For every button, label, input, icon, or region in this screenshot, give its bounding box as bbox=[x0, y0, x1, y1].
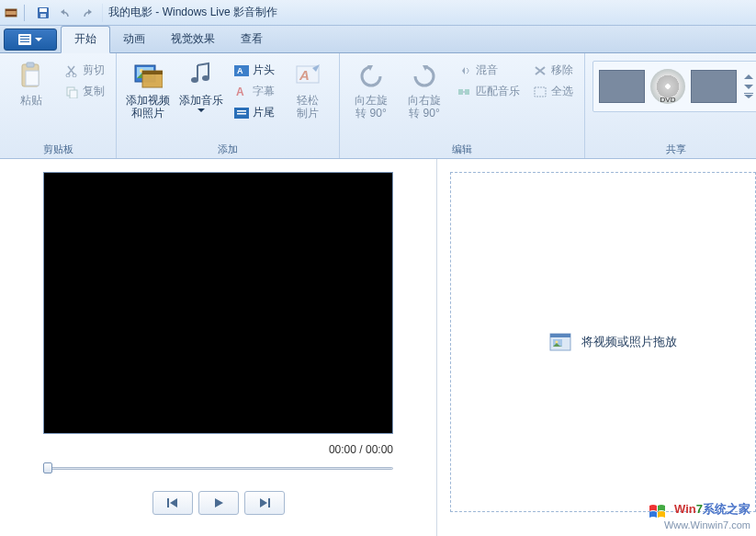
ribbon: 粘贴 剪切 复制 剪贴板 添加视频 和照片 bbox=[0, 53, 756, 159]
add-media-icon bbox=[133, 61, 163, 90]
group-clipboard: 粘贴 剪切 复制 剪贴板 bbox=[0, 53, 117, 158]
group-label-share: 共享 bbox=[592, 141, 756, 156]
fit-music-icon bbox=[457, 85, 472, 99]
tab-animation[interactable]: 动画 bbox=[110, 27, 158, 52]
title-icon: A bbox=[234, 63, 249, 78]
svg-rect-2 bbox=[6, 15, 17, 17]
tab-visual-effects[interactable]: 视觉效果 bbox=[158, 27, 228, 52]
easy-movie-label: 轻松 制片 bbox=[297, 94, 319, 120]
drop-area[interactable]: 将视频或照片拖放 bbox=[450, 172, 756, 512]
media-clip-icon bbox=[548, 332, 572, 352]
svg-text:A: A bbox=[299, 67, 310, 83]
svg-rect-4 bbox=[39, 8, 47, 12]
prev-frame-button[interactable] bbox=[152, 491, 193, 515]
svg-point-19 bbox=[202, 75, 209, 81]
scroll-down-icon[interactable] bbox=[744, 84, 753, 89]
chevron-down-icon bbox=[197, 108, 205, 112]
svg-rect-28 bbox=[458, 89, 463, 95]
app-menu-button[interactable] bbox=[4, 29, 57, 51]
remove-button[interactable]: 移除 bbox=[529, 61, 577, 80]
copy-icon bbox=[64, 85, 79, 99]
svg-rect-12 bbox=[70, 90, 77, 98]
caption-label: 字幕 bbox=[253, 84, 275, 99]
fit-music-label: 匹配音乐 bbox=[476, 84, 520, 99]
group-label-edit: 编辑 bbox=[347, 141, 577, 156]
rotate-right-button[interactable]: 向右旋 转 90° bbox=[401, 57, 448, 120]
add-music-icon bbox=[186, 61, 216, 90]
cut-button[interactable]: 剪切 bbox=[61, 61, 108, 80]
scroll-up-icon[interactable] bbox=[744, 74, 753, 80]
copy-button[interactable]: 复制 bbox=[61, 82, 108, 101]
select-all-icon bbox=[533, 85, 547, 99]
group-edit: 向左旋 转 90° 向右旋 转 90° 混音 匹配音乐 移除 bbox=[340, 53, 585, 158]
add-music-label: 添加音乐 bbox=[179, 94, 223, 107]
redo-icon[interactable] bbox=[78, 4, 96, 22]
add-music-button[interactable]: 添加音乐 bbox=[177, 57, 225, 112]
quick-access-toolbar bbox=[28, 4, 103, 22]
credits-icon bbox=[234, 106, 249, 120]
menu-icon bbox=[18, 34, 31, 45]
play-button[interactable] bbox=[198, 491, 239, 515]
add-media-button[interactable]: 添加视频 和照片 bbox=[124, 57, 172, 120]
rotate-right-icon bbox=[410, 61, 439, 90]
seek-slider[interactable] bbox=[43, 462, 393, 474]
select-all-label: 全选 bbox=[551, 84, 573, 99]
group-share: DVD 共享 bbox=[585, 53, 756, 158]
fit-music-button[interactable]: 匹配音乐 bbox=[454, 82, 524, 101]
mix-label: 混音 bbox=[476, 63, 498, 78]
credits-button[interactable]: 片尾 bbox=[231, 103, 278, 122]
save-icon[interactable] bbox=[34, 4, 52, 22]
mix-button[interactable]: 混音 bbox=[454, 61, 524, 80]
svg-rect-17 bbox=[142, 71, 163, 74]
expand-gallery-icon[interactable] bbox=[744, 93, 753, 98]
tab-view[interactable]: 查看 bbox=[228, 27, 276, 52]
cut-icon bbox=[64, 63, 79, 78]
seek-thumb[interactable] bbox=[43, 462, 52, 473]
app-icon bbox=[4, 6, 18, 20]
svg-rect-33 bbox=[550, 334, 570, 337]
svg-text:A: A bbox=[237, 66, 243, 75]
svg-rect-1 bbox=[6, 9, 17, 11]
video-preview bbox=[43, 172, 393, 434]
svg-rect-29 bbox=[465, 89, 469, 95]
share-dvd-icon: DVD bbox=[650, 69, 685, 104]
group-label-add: 添加 bbox=[124, 141, 332, 156]
rotate-right-label: 向右旋 转 90° bbox=[408, 94, 441, 120]
storyboard-pane: 将视频或照片拖放 bbox=[436, 159, 756, 536]
playback-controls bbox=[152, 491, 285, 515]
chevron-down-icon bbox=[35, 38, 42, 42]
share-monitor-icon bbox=[599, 70, 645, 103]
svg-rect-30 bbox=[535, 87, 546, 97]
mix-icon bbox=[457, 63, 472, 78]
tab-start[interactable]: 开始 bbox=[61, 26, 110, 53]
caption-icon: A bbox=[234, 85, 249, 99]
paste-icon bbox=[17, 61, 46, 90]
separator bbox=[24, 5, 25, 21]
seek-track bbox=[43, 467, 393, 470]
paste-label: 粘贴 bbox=[20, 94, 42, 107]
svg-rect-31 bbox=[744, 93, 753, 94]
rotate-left-button[interactable]: 向左旋 转 90° bbox=[347, 57, 395, 120]
select-all-button[interactable]: 全选 bbox=[529, 82, 577, 101]
drop-hint-text: 将视频或照片拖放 bbox=[581, 334, 677, 350]
caption-button[interactable]: A 字幕 bbox=[231, 82, 278, 101]
easy-movie-button[interactable]: A 轻松 制片 bbox=[284, 57, 332, 120]
paste-button[interactable]: 粘贴 bbox=[7, 57, 55, 107]
next-frame-button[interactable] bbox=[244, 491, 285, 515]
copy-label: 复制 bbox=[83, 84, 105, 99]
share-gallery[interactable]: DVD bbox=[592, 61, 756, 112]
watermark: Win7系统之家 Www.Winwin7.com bbox=[649, 502, 750, 532]
undo-icon[interactable] bbox=[56, 4, 74, 22]
titlebar: 我的电影 - Windows Live 影音制作 bbox=[0, 0, 756, 26]
svg-rect-24 bbox=[237, 110, 246, 112]
credits-label: 片尾 bbox=[253, 105, 275, 120]
windows-flag-icon bbox=[649, 503, 669, 518]
rotate-left-label: 向左旋 转 90° bbox=[355, 94, 388, 120]
svg-text:A: A bbox=[236, 86, 244, 98]
svg-rect-7 bbox=[27, 63, 34, 67]
preview-pane: 00:00 / 00:00 bbox=[0, 159, 436, 536]
content-area: 00:00 / 00:00 将视频或照片拖放 bbox=[0, 159, 756, 536]
easy-movie-icon: A bbox=[293, 61, 322, 90]
svg-rect-5 bbox=[40, 14, 46, 17]
title-button[interactable]: A 片头 bbox=[231, 61, 278, 80]
